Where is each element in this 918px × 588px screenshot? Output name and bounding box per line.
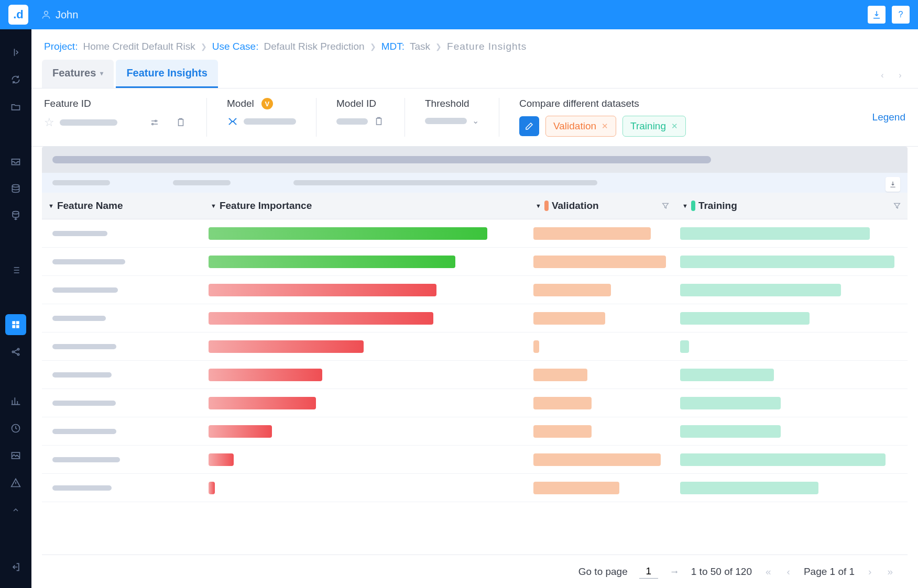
table-row[interactable] [42, 248, 908, 276]
chip-training[interactable]: Training ✕ [622, 116, 686, 137]
download-table-button[interactable] [886, 177, 900, 192]
table-rows [42, 219, 908, 554]
training-bar [680, 397, 781, 409]
sort-icon: ▼ [682, 203, 688, 209]
training-bar [680, 312, 810, 325]
feature-name-placeholder [52, 287, 118, 293]
sidebar-refresh-icon[interactable] [5, 69, 26, 90]
page-next-button[interactable]: › [866, 566, 873, 578]
model-input[interactable] [244, 118, 296, 125]
filter-icon[interactable] [661, 202, 670, 210]
sidebar-warning-icon[interactable] [5, 472, 26, 493]
svg-point-0 [45, 11, 48, 15]
clipboard-icon[interactable] [373, 116, 385, 127]
col-feature-importance[interactable]: ▼ Feature Importance [204, 193, 529, 219]
sidebar-logout-icon[interactable] [5, 557, 26, 578]
breadcrumb-current: Feature Insights [447, 41, 527, 52]
chip-validation[interactable]: Validation ✕ [545, 116, 616, 137]
star-icon[interactable]: ☆ [44, 116, 54, 129]
tab-features[interactable]: Features ▾ [42, 60, 114, 88]
feature-id-input[interactable] [60, 119, 117, 126]
table-row[interactable] [42, 417, 908, 446]
threshold-input[interactable] [425, 118, 467, 124]
importance-bar [209, 425, 272, 438]
validation-bar [533, 340, 539, 353]
validation-bar [533, 256, 666, 268]
tab-feature-insights-label: Feature Insights [126, 67, 207, 79]
sidebar-chart-icon[interactable] [5, 391, 26, 412]
tab-prev-button[interactable]: ‹ [875, 68, 890, 83]
sidebar-folder-icon[interactable] [5, 96, 26, 117]
validation-bar [533, 369, 587, 381]
help-button[interactable]: ? [892, 6, 910, 24]
svg-point-8 [17, 348, 19, 350]
table-row[interactable] [42, 389, 908, 417]
col-training[interactable]: ▼ Training [676, 193, 908, 219]
filter-icon[interactable] [893, 202, 901, 210]
feature-name-placeholder [52, 485, 112, 491]
chevron-right-icon: ❯ [201, 42, 207, 51]
sidebar-image-icon[interactable] [5, 445, 26, 466]
close-icon[interactable]: ✕ [671, 121, 678, 131]
validation-dot-icon [544, 201, 549, 211]
compare-label: Compare different datasets [519, 98, 853, 109]
svg-point-7 [12, 351, 14, 352]
svg-rect-3 [12, 321, 15, 324]
breadcrumb-usecase-label: Use Case: [212, 41, 259, 52]
breadcrumb-mdt-value[interactable]: Task [410, 41, 430, 52]
col-feature-name[interactable]: ▼ Feature Name [42, 193, 204, 219]
adjust-icon[interactable] [149, 117, 160, 128]
table-row[interactable] [42, 332, 908, 361]
tab-next-button[interactable]: › [893, 68, 908, 83]
sidebar-inbox-icon[interactable] [5, 151, 26, 172]
tabs: Features ▾ Feature Insights ‹ › [31, 60, 918, 88]
validation-bar [533, 397, 592, 409]
importance-bar [209, 453, 234, 466]
sidebar-share-icon[interactable] [5, 341, 26, 362]
table-row[interactable] [42, 446, 908, 474]
training-bar [680, 482, 818, 494]
sidebar-database-icon[interactable] [5, 178, 26, 199]
page-first-button[interactable]: « [763, 566, 773, 578]
goto-arrow-icon[interactable]: → [670, 566, 680, 578]
table-row[interactable] [42, 276, 908, 304]
clipboard-icon[interactable] [175, 117, 187, 128]
breadcrumb-project-value[interactable]: Home Credit Default Risk [83, 41, 195, 52]
validation-bar [533, 312, 605, 325]
logo[interactable]: .d [8, 5, 28, 25]
page-last-button[interactable]: » [885, 566, 895, 578]
table-row[interactable] [42, 219, 908, 248]
breadcrumb-usecase-value[interactable]: Default Risk Prediction [264, 41, 364, 52]
page-of-label: Page 1 of 1 [804, 566, 855, 578]
table-row[interactable] [42, 474, 908, 502]
sidebar-clock-icon[interactable] [5, 418, 26, 439]
svg-point-2 [13, 212, 19, 214]
training-dot-icon [691, 201, 695, 211]
tab-feature-insights[interactable]: Feature Insights [116, 60, 217, 88]
close-icon[interactable]: ✕ [602, 121, 608, 131]
table-row[interactable] [42, 361, 908, 389]
table-top-skeleton [42, 147, 908, 173]
model-id-label: Model ID [336, 98, 385, 109]
legend-link[interactable]: Legend [872, 112, 905, 123]
controls-bar: Feature ID ☆ Model V [31, 88, 918, 147]
breadcrumb-mdt-label: MDT: [381, 41, 405, 52]
page-prev-button[interactable]: ‹ [785, 566, 792, 578]
chevron-down-icon[interactable]: ⌄ [472, 116, 479, 126]
sidebar-expand-icon[interactable] [5, 42, 26, 63]
col-validation[interactable]: ▼ Validation [529, 193, 676, 219]
edit-compare-button[interactable] [519, 116, 539, 136]
sidebar-grid-icon[interactable] [5, 314, 26, 335]
svg-point-1 [12, 185, 19, 187]
goto-page-input[interactable] [639, 564, 658, 579]
model-icon [227, 116, 238, 127]
sidebar-database2-icon[interactable] [5, 205, 26, 226]
sidebar-list-icon[interactable] [5, 260, 26, 281]
download-button[interactable] [868, 6, 886, 24]
model-id-input[interactable] [336, 118, 368, 125]
pagination: Go to page → 1 to 50 of 120 « ‹ Page 1 o… [42, 554, 908, 588]
importance-bar [209, 256, 455, 268]
table-row[interactable] [42, 304, 908, 332]
svg-point-9 [17, 353, 19, 355]
sidebar-collapse-icon[interactable] [5, 500, 26, 520]
